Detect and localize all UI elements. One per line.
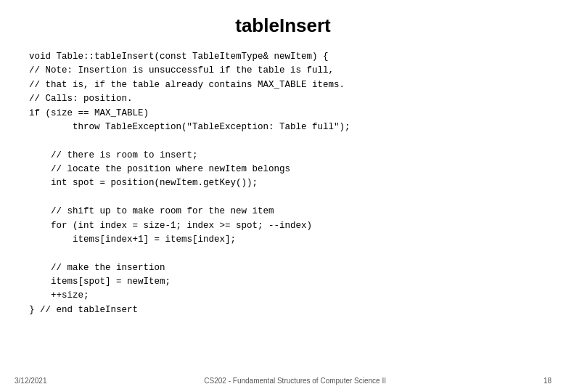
footer-date: 3/12/2021 (15, 377, 47, 385)
slide-container: tableInsert void Table::tableInsert(cons… (0, 0, 566, 392)
footer-course: CS202 - Fundamental Structures of Comput… (204, 377, 386, 385)
slide-title: tableInsert (235, 15, 331, 37)
code-block: void Table::tableInsert(const TableItemT… (22, 50, 544, 317)
footer-page: 18 (544, 377, 551, 385)
slide-footer: 3/12/2021 CS202 - Fundamental Structures… (0, 377, 566, 385)
